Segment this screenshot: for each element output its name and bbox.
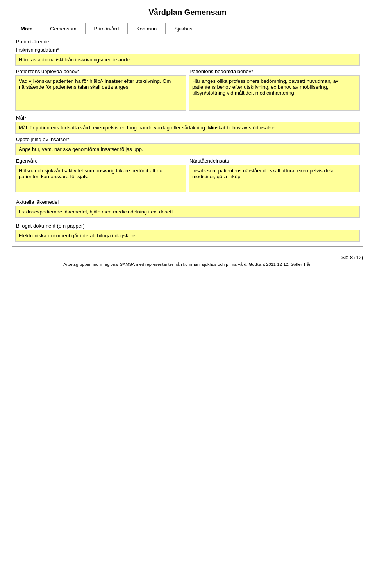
egenvard-text[interactable]: Hälso- och sjukvårdsaktivitet som ansvar… <box>15 165 186 192</box>
behov-section: Patientens upplevda behov* Vad vill/önsk… <box>15 67 360 112</box>
inskrivningsdatum-value[interactable]: Hämtas automatiskt från inskrivningsmedd… <box>15 54 360 66</box>
main-content: Patient-ärende Inskrivningsdatum* Hämtas… <box>12 34 363 247</box>
upplevda-behov-col: Patientens upplevda behov* Vad vill/önsk… <box>15 67 186 112</box>
mal-text[interactable]: Mål för patientens fortsatta vård, exemp… <box>15 122 360 134</box>
mal-label: Mål* <box>15 114 360 122</box>
lakemedel-label: Aktuella läkemedel <box>15 198 360 206</box>
bifogat-label: Bifogat dokument (om papper) <box>15 222 360 230</box>
upplevda-behov-label: Patientens upplevda behov* <box>15 67 186 75</box>
tab-mote[interactable]: Möte <box>12 23 41 34</box>
footer-text: Arbetsgruppen inom regional SAMSA med re… <box>12 262 363 267</box>
bifogat-text[interactable]: Elektroniska dokument går inte att bifog… <box>15 230 360 242</box>
egenvard-label: Egenvård <box>15 157 186 165</box>
tab-sjukhus[interactable]: Sjukhus <box>166 23 201 34</box>
page-number-row: Sid 8 (12) <box>12 255 363 260</box>
inskrivningsdatum-label: Inskrivningsdatum* <box>15 46 360 54</box>
patient-arende-label: Patient-ärende <box>15 38 360 46</box>
narstaende-text[interactable]: Insats som patientens närstående skall u… <box>189 165 360 192</box>
tab-gemensam[interactable]: Gemensam <box>41 23 85 34</box>
egenvard-col: Egenvård Hälso- och sjukvårdsaktivitet s… <box>15 157 186 194</box>
uppfoljning-text[interactable]: Ange hur, vem, när ska genomförda insats… <box>15 143 360 155</box>
bedomda-behov-text[interactable]: Här anges olika professioners bedömning,… <box>189 75 360 111</box>
page-title: Vårdplan Gemensam <box>12 8 363 17</box>
bedomda-behov-label: Patientens bedömda behov* <box>189 67 360 75</box>
tab-row: Möte Gemensam Primärvård Kommun Sjukhus <box>12 23 363 34</box>
uppfoljning-label: Uppföljning av insatser* <box>15 135 360 143</box>
egenvard-narstaende-section: Egenvård Hälso- och sjukvårdsaktivitet s… <box>15 157 360 194</box>
page-number: Sid 8 (12) <box>341 255 363 260</box>
lakemedel-text[interactable]: Ex dosexpedierade läkemedel, hjälp med m… <box>15 206 360 218</box>
tab-primarvard[interactable]: Primärvård <box>86 23 128 34</box>
bedomda-behov-col: Patientens bedömda behov* Här anges olik… <box>189 67 360 112</box>
narstaende-col: Närståendeinsats Insats som patientens n… <box>189 157 360 194</box>
tab-kommun[interactable]: Kommun <box>128 23 166 34</box>
upplevda-behov-text[interactable]: Vad vill/önskar patienten ha för hjälp/-… <box>15 75 186 111</box>
narstaende-label: Närståendeinsats <box>189 157 360 165</box>
